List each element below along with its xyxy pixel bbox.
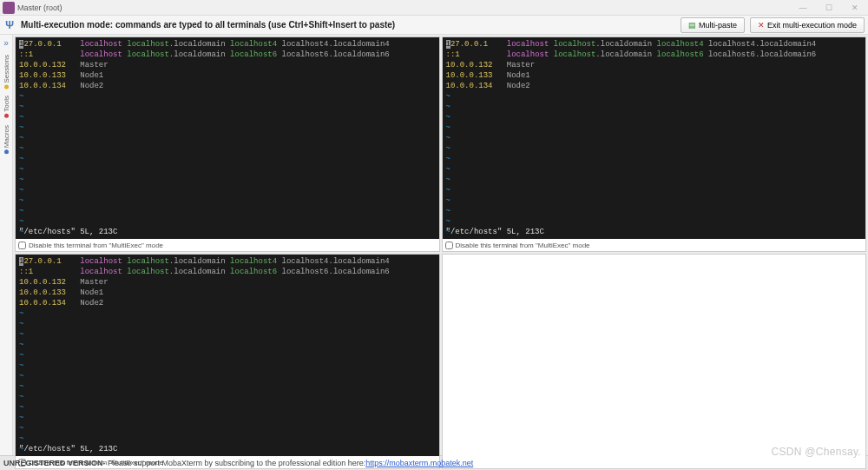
sidebar-item-tools[interactable]: Tools [3, 96, 10, 118]
window-controls: — ☐ ✕ [790, 0, 868, 16]
multiexec-mode-text: Multi-execution mode: commands are typed… [21, 20, 675, 30]
window-titlebar: Master (root) — ☐ ✕ [0, 0, 868, 16]
sidebar-toggle-icon[interactable]: » [3, 38, 9, 48]
sidebar-item-macros[interactable]: Macros [3, 125, 10, 154]
close-button[interactable]: ✕ [842, 0, 868, 16]
disable-terminal-checkbox[interactable] [445, 242, 453, 249]
terminal-output[interactable]: 127.0.0.1 localhost localhost.localdomai… [16, 255, 439, 456]
sidebar-item-sessions[interactable]: Sessions [3, 55, 10, 89]
minimize-button[interactable]: — [790, 0, 816, 16]
main-area: » Sessions Tools Macros 127.0.0.1 localh… [0, 35, 868, 455]
multipaste-label: Multi-paste [699, 21, 737, 30]
app-icon [3, 2, 15, 14]
terminal-output[interactable]: 127.0.0.1 localhost localhost.localdomai… [16, 37, 439, 239]
terminal-pane: 127.0.0.1 localhost localhost.localdomai… [442, 36, 867, 252]
disable-terminal-label: Disable this terminal from "MultiExec" m… [29, 242, 163, 249]
terminal-footer: Disable this terminal from "MultiExec" m… [16, 239, 439, 251]
exit-multiexec-button[interactable]: ✕ Exit multi-execution mode [750, 17, 865, 33]
multiexec-icon: Ψ [3, 19, 16, 31]
support-msg: - Please support MobaXterm by subscribin… [103, 459, 366, 467]
empty-pane [442, 254, 867, 469]
exit-icon: ✕ [758, 21, 765, 30]
terminal-grid: 127.0.0.1 localhost localhost.localdomai… [13, 35, 868, 455]
multiexec-toolbar: Ψ Multi-execution mode: commands are typ… [0, 16, 868, 35]
paste-icon: ▤ [688, 21, 696, 30]
window-title: Master (root) [17, 3, 790, 12]
disable-terminal-label: Disable this terminal from "MultiExec" m… [456, 242, 590, 249]
maximize-button[interactable]: ☐ [816, 0, 842, 16]
multipaste-button[interactable]: ▤ Multi-paste [681, 17, 745, 33]
terminal-output[interactable]: 127.0.0.1 localhost localhost.localdomai… [443, 37, 866, 239]
terminal-pane: 127.0.0.1 localhost localhost.localdomai… [15, 254, 440, 469]
sidebar: » Sessions Tools Macros [0, 35, 13, 455]
terminal-footer: Disable this terminal from "MultiExec" m… [443, 239, 866, 251]
terminal-pane: 127.0.0.1 localhost localhost.localdomai… [15, 36, 440, 252]
support-link[interactable]: https://mobaxterm.mobatek.net [365, 459, 473, 467]
exit-multiexec-label: Exit multi-execution mode [767, 21, 857, 30]
unregistered-label: UNREGISTERED VERSION [3, 459, 103, 467]
disable-terminal-checkbox[interactable] [18, 242, 26, 249]
